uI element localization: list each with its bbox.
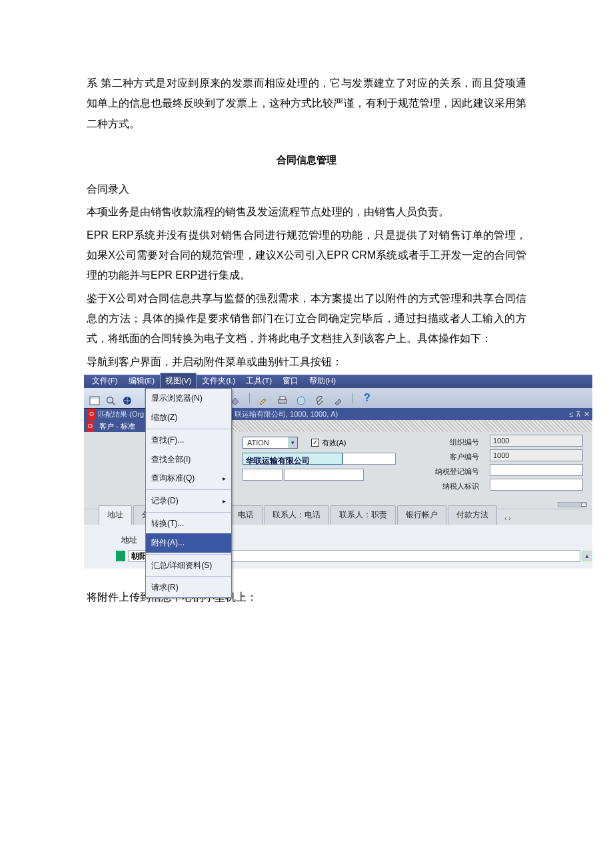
scroll-track[interactable] <box>558 502 587 507</box>
label-taxpayer-id: 纳税人标识 <box>435 479 479 493</box>
tabs-scroll-indicator[interactable]: ‹ › <box>498 509 517 525</box>
attach-icon[interactable] <box>314 393 326 403</box>
row-marker-icon[interactable] <box>116 551 125 561</box>
checkbox-icon: ✓ <box>311 439 319 447</box>
menu-query-criteria[interactable]: 查询标准(Q)▸ <box>146 469 231 488</box>
label-tax-reg-no: 纳税登记编号 <box>435 464 479 479</box>
new-icon[interactable] <box>89 393 101 403</box>
scroll-up-icon[interactable]: ▲ <box>582 551 592 561</box>
customer-standard-label: 客户 - 标准 <box>97 419 135 433</box>
label-org-no: 组织编号 <box>435 435 479 449</box>
view-dropdown: 显示浏览器(N) 缩放(Z) 查找(F)... 查找全部(I) 查询标准(Q)▸… <box>145 388 232 598</box>
print-icon[interactable] <box>277 393 289 403</box>
menubar: 文件(F) 编辑(E) 视图(V) 文件夹(L) 工具(T) 窗口 帮助(H) <box>84 375 592 388</box>
tax-reg-no-field[interactable] <box>490 464 583 476</box>
svg-rect-10 <box>280 397 285 399</box>
active-checkbox-label: 有效(A) <box>322 436 346 450</box>
paragraph-1: 系 第二种方式是对应到原来的发票而相应处理的，它与发票建立了对应的关系，而且贷项… <box>87 73 526 134</box>
separator-icon <box>249 393 250 403</box>
menu-attachment[interactable]: 附件(A)... <box>146 533 231 553</box>
company-name-field[interactable]: 华联运输有限公司 <box>243 453 342 465</box>
menu-find[interactable]: 查找(F)... <box>146 431 231 450</box>
type-combo-value: ATION <box>243 436 288 450</box>
scroll-thumb[interactable] <box>581 503 586 507</box>
menu-summary-detail[interactable]: 汇总/详细资料(S) <box>146 556 231 575</box>
minimize-icon[interactable]: ≤ <box>569 407 573 421</box>
globe-icon[interactable] <box>295 393 307 403</box>
erp-screenshot: 文件(F) 编辑(E) 视图(V) 文件夹(L) 工具(T) 窗口 帮助(H) <box>84 375 592 569</box>
menu-request[interactable]: 请求(R) <box>146 578 231 597</box>
right-fields: 1000 1000 <box>490 435 583 493</box>
submenu-arrow-icon-2: ▸ <box>223 495 226 507</box>
paragraph-5: 鉴于X公司对合同信息共享与监督的强烈需求，本方案提出了以附件的方式管理和共享合同… <box>87 289 526 349</box>
toolbar-left <box>84 388 145 408</box>
close-icon[interactable]: ✕ <box>584 407 590 421</box>
right-labels: 组织编号 客户编号 纳税登记编号 纳税人标识 <box>435 435 479 493</box>
chevron-down-icon[interactable]: ▾ <box>288 437 297 448</box>
help-icon[interactable]: ? <box>361 393 373 403</box>
tab-payment-method[interactable]: 付款方法 <box>448 505 497 525</box>
paragraph-4: EPR ERP系统并没有提供对销售合同进行规范管理的功能，只是提供了对销售订单的… <box>87 225 526 286</box>
svg-point-11 <box>297 397 305 405</box>
menu-find-all[interactable]: 查找全部(I) <box>146 450 231 469</box>
tab-bank-account[interactable]: 银行帐户 <box>397 505 446 525</box>
taxpayer-id-field[interactable] <box>490 479 583 491</box>
tools-icon[interactable] <box>332 393 344 403</box>
tab-address[interactable]: 地址 <box>99 505 132 525</box>
search-icon[interactable] <box>105 393 117 403</box>
paragraph-3: 本项业务是由销售收款流程的销售及发运流程节点处理的，由销售人员负责。 <box>87 202 526 222</box>
company-code-field[interactable] <box>342 453 396 465</box>
oracle-badge-icon: O <box>88 409 95 420</box>
tab-phone[interactable]: 电话 <box>229 505 263 525</box>
oracle-badge-icon-2: O <box>87 421 94 432</box>
maximize-icon[interactable]: ⊼ <box>576 407 581 421</box>
active-checkbox[interactable]: ✓ 有效(A) <box>311 436 346 450</box>
menu-record[interactable]: 记录(D)▸ <box>146 491 231 511</box>
separator-icon-2 <box>352 393 353 403</box>
window-buttons: ≤ ⊼ ✕ <box>560 408 592 420</box>
tab-contact-phone[interactable]: 联系人：电话 <box>264 505 329 525</box>
submenu-arrow-icon: ▸ <box>223 472 226 485</box>
paragraph-2: 合同录入 <box>87 179 526 199</box>
window-subtitle: 联运输有限公司, 1000, 1000, A) <box>232 408 560 420</box>
menu-convert[interactable]: 转换(T)... <box>146 514 231 533</box>
nav-icon[interactable] <box>121 393 133 403</box>
paragraph-6: 导航到客户界面，并启动附件菜单或曲别针工具按钮： <box>87 352 526 372</box>
svg-rect-9 <box>279 399 287 403</box>
type-combo[interactable]: ATION ▾ <box>243 437 298 449</box>
pencil-icon[interactable] <box>258 393 270 403</box>
customer-no-field[interactable]: 1000 <box>490 449 583 461</box>
blank-field-2[interactable] <box>284 469 364 481</box>
section-title: 合同信息管理 <box>87 151 526 170</box>
org-no-field[interactable]: 1000 <box>490 435 583 447</box>
blank-field-1[interactable] <box>243 469 283 481</box>
tab-contact-role[interactable]: 联系人：职责 <box>330 505 396 525</box>
menu-zoom[interactable]: 缩放(Z) <box>146 408 231 427</box>
label-customer-no: 客户编号 <box>435 449 479 464</box>
menu-show-browser[interactable]: 显示浏览器(N) <box>146 389 231 408</box>
